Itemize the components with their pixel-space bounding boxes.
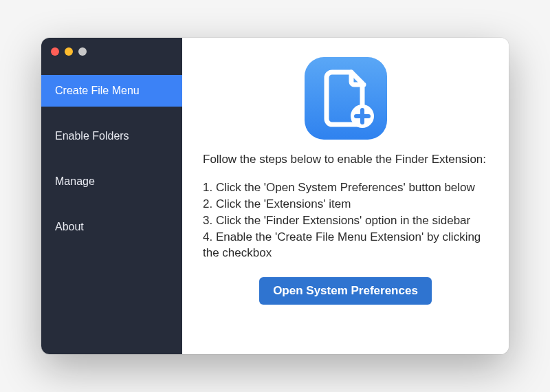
- minimize-icon[interactable]: [65, 47, 73, 56]
- close-icon[interactable]: [51, 47, 59, 56]
- instruction-step: 3. Click the 'Finder Extensions' option …: [203, 213, 488, 229]
- app-window: Create File Menu Enable Folders Manage A…: [41, 38, 509, 354]
- instruction-step: 1. Click the 'Open System Preferences' b…: [203, 180, 488, 196]
- svg-rect-0: [305, 57, 387, 140]
- button-row: Open System Preferences: [203, 277, 488, 305]
- zoom-icon[interactable]: [78, 47, 87, 56]
- instruction-step: 4. Enable the 'Create File Menu Extensio…: [203, 230, 488, 261]
- sidebar: Create File Menu Enable Folders Manage A…: [41, 38, 182, 354]
- main-content: Follow the steps below to enable the Fin…: [182, 38, 509, 354]
- window-controls: [41, 38, 182, 63]
- create-file-plus-icon: [305, 57, 387, 140]
- instructions-intro: Follow the steps below to enable the Fin…: [203, 152, 488, 168]
- sidebar-item-manage[interactable]: Manage: [41, 166, 182, 197]
- sidebar-item-enable-folders[interactable]: Enable Folders: [41, 120, 182, 152]
- sidebar-item-about[interactable]: About: [41, 211, 182, 243]
- instruction-step: 2. Click the 'Extensions' item: [203, 197, 488, 213]
- instructions: Follow the steps below to enable the Fin…: [203, 152, 488, 262]
- nav: Create File Menu Enable Folders Manage A…: [41, 63, 182, 257]
- open-system-preferences-button[interactable]: Open System Preferences: [259, 277, 432, 305]
- sidebar-item-create-file-menu[interactable]: Create File Menu: [41, 75, 182, 107]
